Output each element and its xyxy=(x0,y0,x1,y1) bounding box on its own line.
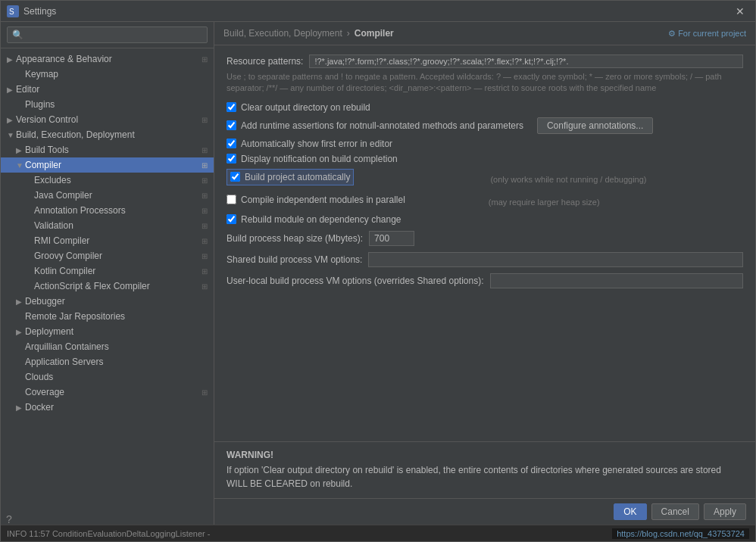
ext-icon: ⊞ xyxy=(201,252,208,260)
status-bar: INFO 11:57 ConditionEvaluationDeltaLoggi… xyxy=(1,525,755,541)
sidebar-item-coverage[interactable]: Coverage ⊞ xyxy=(1,385,214,400)
url-badge[interactable]: https://blog.csdn.net/qq_43753724 xyxy=(612,528,749,539)
arrow-icon: ▶ xyxy=(7,55,16,64)
sidebar: ▶ Appearance & Behavior ⊞ Keymap ▶ Edito… xyxy=(1,22,214,525)
breadcrumb-current: Compiler xyxy=(355,28,394,39)
sidebar-item-build-execution[interactable]: ▼ Build, Execution, Deployment xyxy=(1,127,214,142)
sidebar-item-java-compiler[interactable]: Java Compiler ⊞ xyxy=(1,188,214,203)
ext-icon: ⊞ xyxy=(201,192,208,200)
resource-patterns-row: Resource patterns: xyxy=(226,55,743,68)
sidebar-item-label: RMI Compiler xyxy=(34,235,198,246)
compile-parallel-row: Compile independent modules in parallel xyxy=(226,195,405,205)
resource-hint: Use ; to separate patterns and ! to nega… xyxy=(226,71,743,95)
sidebar-item-label: Deployment xyxy=(25,326,208,337)
sidebar-item-label: Version Control xyxy=(16,114,198,125)
sidebar-item-label: Clouds xyxy=(25,372,208,382)
sidebar-item-appearance[interactable]: ▶ Appearance & Behavior ⊞ xyxy=(1,51,214,67)
sidebar-item-actionscript[interactable]: ActionScript & Flex Compiler ⊞ xyxy=(1,279,214,294)
compile-parallel-hint: (may require larger heap size) xyxy=(489,198,600,207)
sidebar-item-label: Debugger xyxy=(25,296,208,307)
sidebar-item-label: Build Tools xyxy=(25,145,198,155)
apply-button[interactable]: Apply xyxy=(704,503,746,520)
sidebar-item-docker[interactable]: ▶ Docker xyxy=(1,400,214,415)
ext-icon: ⊞ xyxy=(201,116,208,124)
sidebar-item-keymap[interactable]: Keymap xyxy=(1,67,214,82)
user-local-vm-label: User-local build process VM options (ove… xyxy=(226,276,484,286)
shared-vm-label: Shared build process VM options: xyxy=(226,254,362,265)
sidebar-item-label: Groovy Compiler xyxy=(34,251,198,261)
sidebar-item-kotlin-compiler[interactable]: Kotlin Compiler ⊞ xyxy=(1,263,214,279)
display-notification-checkbox[interactable] xyxy=(226,154,236,164)
sidebar-item-build-tools[interactable]: ▶ Build Tools ⊞ xyxy=(1,142,214,157)
ext-icon: ⊞ xyxy=(201,237,208,245)
rebuild-module-row: Rebuild module on dependency change xyxy=(226,214,743,225)
cancel-button[interactable]: Cancel xyxy=(651,503,699,520)
search-input[interactable] xyxy=(7,26,208,43)
sidebar-item-label: Validation xyxy=(34,220,198,231)
display-notification-label[interactable]: Display notification on build completion xyxy=(241,154,398,164)
ext-icon: ⊞ xyxy=(201,388,208,397)
sidebar-item-label: Keymap xyxy=(25,69,208,79)
sidebar-item-label: Remote Jar Repositories xyxy=(25,311,208,322)
ext-icon: ⊞ xyxy=(201,176,208,185)
clear-output-label[interactable]: Clear output directory on rebuild xyxy=(241,102,370,113)
sidebar-item-arquillian[interactable]: Arquillian Containers xyxy=(1,339,214,354)
panel-header: Build, Execution, Deployment › Compiler … xyxy=(214,22,755,45)
heap-size-row: Build process heap size (Mbytes): xyxy=(226,231,743,246)
main-panel: Build, Execution, Deployment › Compiler … xyxy=(214,22,755,525)
build-automatically-label[interactable]: Build project automatically xyxy=(245,172,350,182)
warning-box: WARNING! If option 'Clear output directo… xyxy=(214,441,755,498)
titlebar: S Settings ✕ xyxy=(1,1,755,22)
compile-parallel-label[interactable]: Compile independent modules in parallel xyxy=(241,195,405,205)
rebuild-module-label[interactable]: Rebuild module on dependency change xyxy=(241,214,401,225)
ext-icon: ⊞ xyxy=(201,207,208,215)
heap-size-input[interactable] xyxy=(369,231,414,246)
sidebar-item-excludes[interactable]: Excludes ⊞ xyxy=(1,173,214,188)
ok-button[interactable]: OK xyxy=(614,503,646,520)
sidebar-item-label: ActionScript & Flex Compiler xyxy=(34,281,198,291)
arrow-icon: ▶ xyxy=(16,328,25,336)
clear-output-checkbox[interactable] xyxy=(226,102,236,112)
compile-parallel-checkbox[interactable] xyxy=(226,195,236,204)
sidebar-item-annotation-processors[interactable]: Annotation Processors ⊞ xyxy=(1,203,214,218)
user-local-vm-input[interactable] xyxy=(490,273,744,288)
arrow-icon: ▶ xyxy=(16,146,25,154)
shared-vm-row: Shared build process VM options: xyxy=(226,252,743,267)
add-assertions-row: Add runtime assertions for notnull-annot… xyxy=(226,117,743,134)
sidebar-item-label: Kotlin Compiler xyxy=(34,266,198,276)
sidebar-item-label: Annotation Processors xyxy=(34,205,198,216)
sidebar-item-deployment[interactable]: ▶ Deployment xyxy=(1,324,214,339)
ext-icon: ⊞ xyxy=(201,161,208,170)
show-first-error-checkbox[interactable] xyxy=(226,139,236,148)
close-button[interactable]: ✕ xyxy=(731,4,749,19)
sidebar-item-validation[interactable]: Validation ⊞ xyxy=(1,218,214,233)
sidebar-item-debugger[interactable]: ▶ Debugger xyxy=(1,294,214,309)
resource-patterns-input[interactable] xyxy=(309,55,743,68)
rebuild-module-checkbox[interactable] xyxy=(226,214,236,224)
sidebar-item-remote-jar[interactable]: Remote Jar Repositories xyxy=(1,309,214,324)
heap-size-label: Build process heap size (Mbytes): xyxy=(226,233,363,244)
sidebar-item-label: Excludes xyxy=(34,175,198,185)
sidebar-item-compiler[interactable]: ▼ Compiler ⊞ xyxy=(1,157,214,173)
show-first-error-label[interactable]: Automatically show first error in editor xyxy=(241,139,392,149)
shared-vm-input[interactable] xyxy=(368,252,743,267)
help-button[interactable]: ? xyxy=(6,513,12,525)
add-assertions-label[interactable]: Add runtime assertions for notnull-annot… xyxy=(241,120,523,131)
add-assertions-checkbox[interactable] xyxy=(226,120,236,130)
user-local-vm-row: User-local build process VM options (ove… xyxy=(226,273,743,288)
build-automatically-checkbox[interactable] xyxy=(230,172,240,182)
sidebar-item-editor[interactable]: ▶ Editor xyxy=(1,82,214,97)
sidebar-item-app-servers[interactable]: Application Servers xyxy=(1,354,214,369)
sidebar-item-plugins[interactable]: Plugins xyxy=(1,97,214,112)
sidebar-item-label: Plugins xyxy=(25,99,208,110)
build-auto-hint: (only works while not running / debuggin… xyxy=(490,175,646,184)
panel-content: Resource patterns: Use ; to separate pat… xyxy=(214,45,755,441)
ext-icon: ⊞ xyxy=(201,282,208,291)
sidebar-item-version-control[interactable]: ▶ Version Control ⊞ xyxy=(1,112,214,127)
sidebar-item-groovy-compiler[interactable]: Groovy Compiler ⊞ xyxy=(1,248,214,263)
sidebar-item-rmi-compiler[interactable]: RMI Compiler ⊞ xyxy=(1,233,214,248)
sidebar-item-label: Editor xyxy=(16,84,208,95)
sidebar-item-clouds[interactable]: Clouds xyxy=(1,369,214,385)
warning-text: If option 'Clear output directory on reb… xyxy=(226,463,743,491)
configure-annotations-button[interactable]: Configure annotations... xyxy=(537,117,653,134)
